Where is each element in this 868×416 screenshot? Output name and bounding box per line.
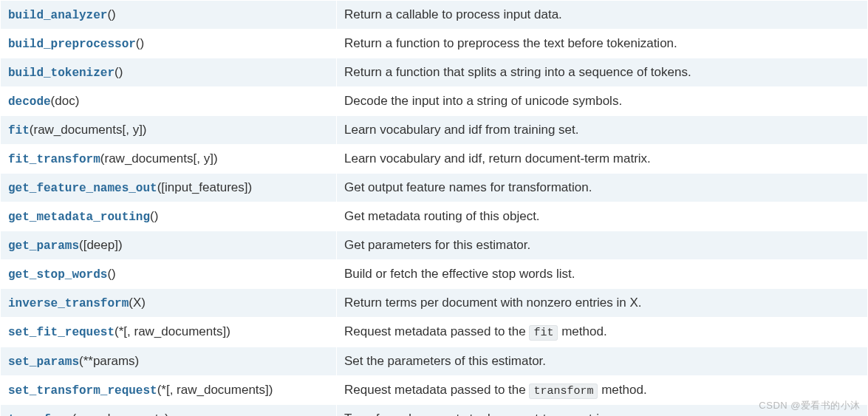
method-args: ()	[107, 7, 115, 21]
table-row: set_transform_request(*[, raw_documents]…	[1, 375, 868, 405]
table-row: get_params([deep])Get parameters for thi…	[1, 231, 868, 260]
method-link[interactable]: get_feature_names_out	[8, 182, 157, 195]
method-args: ()	[107, 267, 115, 281]
method-link[interactable]: get_metadata_routing	[8, 211, 150, 224]
method-cell: get_metadata_routing()	[1, 202, 337, 231]
method-description: Return a callable to process input data.	[337, 1, 868, 30]
method-link[interactable]: inverse_transform	[8, 297, 129, 310]
method-cell: decode(doc)	[1, 87, 337, 116]
table-row: get_feature_names_out([input_features])G…	[1, 174, 868, 202]
table-row: decode(doc)Decode the input into a strin…	[1, 87, 868, 116]
method-link[interactable]: build_tokenizer	[8, 67, 115, 80]
inline-code: transform	[529, 383, 598, 399]
method-link[interactable]: fit_transform	[8, 153, 100, 166]
method-args: (doc)	[51, 94, 80, 108]
table-row: fit(raw_documents[, y])Learn vocabulary …	[1, 116, 868, 145]
method-link[interactable]: build_preprocessor	[8, 38, 136, 51]
method-args: (*[, raw_documents])	[157, 383, 273, 397]
method-link[interactable]: set_transform_request	[8, 384, 157, 398]
method-description: Get output feature names for transformat…	[337, 174, 868, 202]
method-description: Learn vocabulary and idf, return documen…	[337, 145, 868, 174]
methods-table: build_analyzer()Return a callable to pro…	[0, 0, 868, 416]
method-link[interactable]: set_fit_request	[8, 326, 115, 339]
method-cell: get_feature_names_out([input_features])	[1, 174, 337, 202]
method-description: Build or fetch the effective stop words …	[337, 260, 868, 289]
method-cell: get_params([deep])	[1, 231, 337, 260]
method-link[interactable]: fit	[8, 124, 30, 137]
method-args: ()	[115, 65, 123, 79]
method-cell: fit(raw_documents[, y])	[1, 116, 337, 145]
table-row: get_metadata_routing()Get metadata routi…	[1, 202, 868, 231]
method-description: Return a function that splits a string i…	[337, 58, 868, 87]
method-cell: build_preprocessor()	[1, 30, 337, 58]
method-cell: set_transform_request(*[, raw_documents]…	[1, 375, 337, 405]
method-description: Get parameters for this estimator.	[337, 231, 868, 260]
method-cell: inverse_transform(X)	[1, 289, 337, 318]
method-args: (**params)	[79, 354, 139, 368]
method-args: (*[, raw_documents])	[115, 324, 230, 338]
method-cell: transform(raw_documents)	[1, 405, 337, 417]
method-args: (raw_documents)	[72, 412, 168, 416]
table-row: build_analyzer()Return a callable to pro…	[1, 1, 868, 30]
table-row: fit_transform(raw_documents[, y])Learn v…	[1, 145, 868, 174]
method-description: Transform documents to document-term mat…	[337, 405, 868, 417]
table-row: set_fit_request(*[, raw_documents])Reque…	[1, 318, 868, 347]
method-link[interactable]: build_analyzer	[8, 9, 107, 22]
method-link[interactable]: get_params	[8, 239, 79, 253]
method-cell: get_stop_words()	[1, 260, 337, 289]
method-cell: set_fit_request(*[, raw_documents])	[1, 318, 337, 347]
method-description: Return a function to preprocess the text…	[337, 30, 868, 58]
method-cell: fit_transform(raw_documents[, y])	[1, 145, 337, 174]
method-args: (X)	[129, 296, 146, 310]
table-row: build_preprocessor()Return a function to…	[1, 30, 868, 58]
method-link[interactable]: get_stop_words	[8, 268, 107, 282]
method-description: Return terms per document with nonzero e…	[337, 289, 868, 318]
method-description: Get metadata routing of this object.	[337, 202, 868, 231]
method-args: ()	[150, 209, 158, 223]
method-cell: build_tokenizer()	[1, 58, 337, 87]
method-args: ([input_features])	[157, 180, 253, 194]
method-description: Set the parameters of this estimator.	[337, 347, 868, 375]
method-description: Decode the input into a string of unicod…	[337, 87, 868, 116]
method-args: ()	[136, 36, 144, 50]
method-cell: build_analyzer()	[1, 1, 337, 30]
table-row: build_tokenizer()Return a function that …	[1, 58, 868, 87]
method-link[interactable]: set_params	[8, 355, 79, 369]
method-description: Request metadata passed to the fit metho…	[337, 318, 868, 347]
method-args: (raw_documents[, y])	[100, 151, 218, 166]
table-row: set_params(**params)Set the parameters o…	[1, 347, 868, 375]
table-row: transform(raw_documents)Transform docume…	[1, 405, 868, 417]
method-description: Learn vocabulary and idf from training s…	[337, 116, 868, 145]
method-description: Request metadata passed to the transform…	[337, 375, 868, 405]
method-args: ([deep])	[79, 238, 123, 252]
table-row: get_stop_words()Build or fetch the effec…	[1, 260, 868, 289]
inline-code: fit	[529, 325, 558, 341]
table-row: inverse_transform(X)Return terms per doc…	[1, 289, 868, 318]
method-link[interactable]: decode	[8, 95, 51, 109]
method-cell: set_params(**params)	[1, 347, 337, 375]
method-link[interactable]: transform	[8, 413, 72, 416]
method-args: (raw_documents[, y])	[30, 123, 147, 137]
